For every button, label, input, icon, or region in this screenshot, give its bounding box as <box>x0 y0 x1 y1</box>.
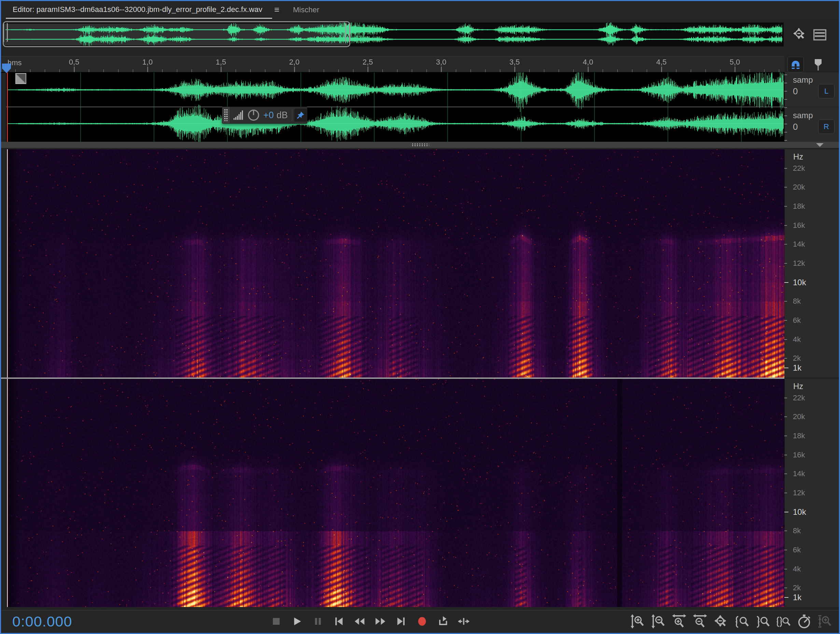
zoom-to-out-point-button[interactable] <box>755 613 770 629</box>
freq-tick-mark <box>784 206 787 207</box>
hud-toggle-icon[interactable] <box>15 73 26 84</box>
freq-tick-label: 20k <box>793 183 805 191</box>
marker-button[interactable] <box>811 57 826 72</box>
overview-strip[interactable] <box>4 22 784 46</box>
right-channel-value[interactable]: 0 <box>793 122 798 132</box>
focus-border-left <box>0 0 1 634</box>
hud-drag-grip[interactable] <box>222 107 230 123</box>
spectrogram-right[interactable] <box>6 379 784 607</box>
zoom-in-vertical-button[interactable] <box>630 613 645 629</box>
freq-tick-mark <box>784 416 787 417</box>
freq-tick-label: 20k <box>793 412 805 421</box>
zoom-to-in-point-button[interactable] <box>734 613 749 629</box>
zoom-out-horizontal-button[interactable] <box>693 613 707 629</box>
ruler-tick-label: 2,5 <box>363 58 373 66</box>
freq-tick-mark <box>784 398 787 398</box>
freq-tick-mark <box>784 436 787 436</box>
freq-tick-label: 6k <box>793 316 801 325</box>
spectrogram-left[interactable] <box>6 149 784 378</box>
zoom-to-selection-button[interactable] <box>776 613 791 629</box>
navigate-zoom-button[interactable] <box>791 27 807 43</box>
mixer-tab[interactable]: Mischer <box>293 5 319 14</box>
freq-tick-mark <box>784 569 787 569</box>
gain-hud[interactable]: +0 dB <box>222 107 307 124</box>
time-display[interactable]: 0:00.000 <box>12 613 72 630</box>
spectrogram-divider[interactable] <box>0 378 784 379</box>
playhead-line[interactable] <box>7 73 8 142</box>
fast-forward-button[interactable] <box>372 613 388 629</box>
viewport-right-handle[interactable] <box>345 23 350 42</box>
navigate-zoom-icon <box>792 27 807 42</box>
amplitude-tick-mark <box>784 83 787 83</box>
panel-layout-button[interactable] <box>812 27 828 43</box>
right-channel-button[interactable]: R <box>818 120 835 134</box>
overview-viewport-box[interactable] <box>3 21 351 47</box>
freq-tick-mark <box>784 339 787 340</box>
zoom-out-vertical-button[interactable] <box>651 613 666 629</box>
editor-file-tab[interactable]: Editor: paramISM3--dm6aa1s06--32000.jbm-… <box>6 1 266 18</box>
freq-tick-label: 1k <box>793 363 801 373</box>
magnet-icon <box>790 59 801 70</box>
zoom-navigate-button[interactable] <box>713 613 728 629</box>
stop-button[interactable] <box>268 613 284 629</box>
gain-knob-icon[interactable] <box>247 109 260 122</box>
waveform-canvas[interactable] <box>6 73 784 142</box>
waveform-display[interactable] <box>6 73 784 142</box>
focus-border-top <box>0 0 840 1</box>
freq-tick-mark <box>784 320 787 321</box>
ruler-ticks-canvas <box>0 56 784 73</box>
record-button[interactable] <box>414 613 430 629</box>
viewport-left-handle[interactable] <box>3 23 8 42</box>
left-channel-unit[interactable]: samp <box>793 75 813 85</box>
freq-tick-mark <box>784 473 787 474</box>
freq-tick-label: 22k <box>793 164 805 173</box>
timeline-ruler[interactable]: hms 0,51,01,52,02,53,03,54,04,55,0 <box>0 56 784 73</box>
left-channel-panel: samp 0 L <box>784 73 840 107</box>
splitter-grip[interactable] <box>412 143 429 147</box>
editor-tab-label: Editor: paramISM3--dm6aa1s06--32000.jbm-… <box>13 5 262 14</box>
panel-splitter[interactable] <box>0 142 840 148</box>
loop-playback-button[interactable] <box>435 613 451 629</box>
freq-tick-mark <box>784 368 788 368</box>
freq-tick-label: 18k <box>793 432 805 440</box>
skip-to-start-button[interactable] <box>330 613 347 629</box>
freq-tick-mark <box>784 493 787 493</box>
snap-toggle-button[interactable] <box>788 57 804 73</box>
right-channel-unit[interactable]: samp <box>793 111 813 120</box>
freq-tick-label: 10k <box>793 278 806 287</box>
freq-tick-label: 10k <box>793 507 806 517</box>
skip-to-end-button[interactable] <box>393 613 409 629</box>
freq-tick-mark <box>784 244 787 245</box>
freq-unit-label: Hz <box>793 381 803 391</box>
ruler-tick-label: 1,0 <box>142 58 153 66</box>
zoom-in-horizontal-button[interactable] <box>672 613 687 629</box>
freq-tick-label: 2k <box>793 583 801 592</box>
freq-tick-mark <box>784 301 787 302</box>
pause-button[interactable] <box>310 613 326 629</box>
amplitude-tick-mark <box>784 124 787 124</box>
playhead-line-spectrogram-right <box>7 379 8 607</box>
timed-record-button[interactable] <box>797 613 812 629</box>
freq-tick-label: 18k <box>793 202 805 211</box>
freq-tick-mark <box>784 225 787 226</box>
left-channel-button[interactable]: L <box>818 84 835 98</box>
rewind-button[interactable] <box>351 613 368 629</box>
freq-tick-mark <box>784 187 787 188</box>
skip-selection-button[interactable] <box>456 613 472 629</box>
collapse-chevron-icon[interactable] <box>816 143 824 147</box>
hud-pin-button[interactable] <box>294 109 307 122</box>
left-channel-value[interactable]: 0 <box>793 86 798 96</box>
amplitude-tick-mark <box>784 74 787 75</box>
level-bars-icon <box>233 110 243 120</box>
panel-menu-icon[interactable]: ≡ <box>274 5 279 15</box>
play-button[interactable] <box>289 613 305 629</box>
marker-pin-icon <box>811 57 825 71</box>
freq-tick-mark <box>784 588 787 588</box>
freq-unit-label: Hz <box>793 152 803 161</box>
hud-gain-value[interactable]: +0 <box>263 110 274 120</box>
ruler-tick-label: 0,5 <box>69 58 80 66</box>
right-channel-panel: samp 0 R <box>784 107 840 142</box>
spectrogram-left-canvas[interactable] <box>6 149 784 378</box>
spectrogram-right-canvas[interactable] <box>6 379 784 607</box>
ruler-tick-label: 2,0 <box>289 58 300 66</box>
